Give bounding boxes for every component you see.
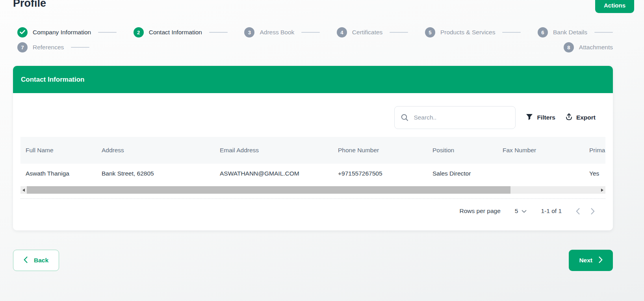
cell-full-name: Aswath Thaniga <box>20 164 97 183</box>
wizard-footer: Back Next <box>13 250 613 271</box>
cell-position: Sales Director <box>427 164 497 183</box>
next-button[interactable]: Next <box>569 250 613 271</box>
step-adress-book[interactable]: 3 Adress Book <box>244 27 320 37</box>
chevron-right-icon <box>599 256 603 265</box>
contacts-table: Full Name Address Email Address Phone Nu… <box>20 137 605 183</box>
page-header: Profile Actions <box>0 0 644 13</box>
next-label: Next <box>579 257 592 264</box>
stepper-row-2: 7 References 8 Attachments <box>17 42 613 52</box>
step-number-circle: 6 <box>538 27 548 37</box>
step-company-information[interactable]: Company Information <box>17 27 117 37</box>
step-connector <box>390 32 408 33</box>
horizontal-scrollbar[interactable] <box>20 186 605 194</box>
back-label: Back <box>34 257 48 264</box>
scrollbar-track[interactable] <box>27 186 599 194</box>
previous-page-button[interactable] <box>576 208 580 215</box>
step-number-circle: 3 <box>244 27 254 37</box>
table-toolbar: Filters Export <box>20 106 605 129</box>
column-header-primary[interactable]: Primary <box>584 137 605 164</box>
page-range-label: 1-1 of 1 <box>541 208 562 215</box>
triangle-left-icon <box>22 189 25 192</box>
page-title: Profile <box>13 0 46 9</box>
step-certificates[interactable]: 4 Certificates <box>337 27 408 37</box>
step-connector <box>71 47 89 48</box>
step-number-circle: 2 <box>134 27 144 37</box>
step-label: Attachments <box>579 44 613 51</box>
table-scroll-viewport: Full Name Address Email Address Phone Nu… <box>20 137 605 183</box>
step-label: Contact Information <box>149 29 202 36</box>
step-label: Products & Services <box>440 29 496 36</box>
step-connector <box>594 32 613 33</box>
step-products-services[interactable]: 5 Products & Services <box>425 27 521 37</box>
cell-fax <box>497 164 584 183</box>
step-number-circle: 4 <box>337 27 347 37</box>
export-label: Export <box>576 114 596 121</box>
rows-per-page-select[interactable]: 5 <box>515 208 527 215</box>
triangle-right-icon <box>601 189 603 192</box>
page-nav <box>576 208 595 215</box>
contact-information-panel: Contact Information Filters <box>13 66 613 230</box>
table-row[interactable]: Aswath Thaniga Bank Street, 62805 ASWATH… <box>20 164 605 183</box>
chevron-left-icon <box>24 256 28 265</box>
next-page-button[interactable] <box>591 208 595 215</box>
pagination-bar: Rows per page 5 1-1 of 1 <box>20 199 605 215</box>
table-zone: Full Name Address Email Address Phone Nu… <box>20 137 605 199</box>
step-label: References <box>33 44 64 51</box>
rows-per-page-value: 5 <box>515 208 518 215</box>
step-references[interactable]: 7 References <box>17 42 89 52</box>
filters-button[interactable]: Filters <box>526 114 555 122</box>
step-number-circle: 5 <box>425 27 435 37</box>
rows-per-page-label: Rows per page <box>460 208 501 215</box>
step-bank-details[interactable]: 6 Bank Details <box>538 27 613 37</box>
column-header-address[interactable]: Address <box>97 137 215 164</box>
column-header-full-name[interactable]: Full Name <box>20 137 97 164</box>
step-label: Company Information <box>33 29 91 36</box>
filter-icon <box>526 114 533 122</box>
search-input[interactable] <box>394 106 516 129</box>
step-label: Adress Book <box>260 29 294 36</box>
filters-label: Filters <box>537 114 555 121</box>
step-connector <box>209 32 228 33</box>
export-icon <box>566 113 572 122</box>
step-label: Bank Details <box>553 29 587 36</box>
scroll-left-arrow[interactable] <box>20 186 27 194</box>
column-header-fax-number[interactable]: Fax Number <box>497 137 584 164</box>
search-icon <box>401 114 408 122</box>
search-box <box>394 106 516 129</box>
export-button[interactable]: Export <box>566 113 596 122</box>
step-check-circle <box>17 27 28 37</box>
step-attachments[interactable]: 8 Attachments <box>564 42 613 52</box>
step-number-circle: 8 <box>564 42 574 52</box>
step-connector <box>502 32 521 33</box>
step-contact-information[interactable]: 2 Contact Information <box>134 27 228 37</box>
cell-primary: Yes <box>584 164 605 183</box>
step-number-circle: 7 <box>17 42 28 52</box>
column-header-position[interactable]: Position <box>427 137 497 164</box>
panel-title: Contact Information <box>13 66 613 93</box>
column-header-email-address[interactable]: Email Address <box>215 137 333 164</box>
cell-email: ASWATHANN@GMAIL.COM <box>215 164 333 183</box>
stepper: Company Information 2 Contact Informatio… <box>17 27 613 52</box>
scroll-right-arrow[interactable] <box>599 186 605 194</box>
cell-phone: +971557267505 <box>333 164 427 183</box>
scrollbar-thumb[interactable] <box>27 186 510 194</box>
step-connector <box>301 32 320 33</box>
cell-address: Bank Street, 62805 <box>97 164 215 183</box>
check-icon <box>20 30 25 36</box>
back-button[interactable]: Back <box>13 250 59 271</box>
column-header-phone-number[interactable]: Phone Number <box>333 137 427 164</box>
table-header-row: Full Name Address Email Address Phone Nu… <box>20 137 605 164</box>
step-connector <box>98 32 117 33</box>
chevron-down-icon <box>522 208 527 215</box>
panel-body: Filters Export <box>13 93 613 230</box>
step-label: Certificates <box>352 29 383 36</box>
stepper-row-1: Company Information 2 Contact Informatio… <box>17 27 613 37</box>
actions-button[interactable]: Actions <box>595 0 634 13</box>
